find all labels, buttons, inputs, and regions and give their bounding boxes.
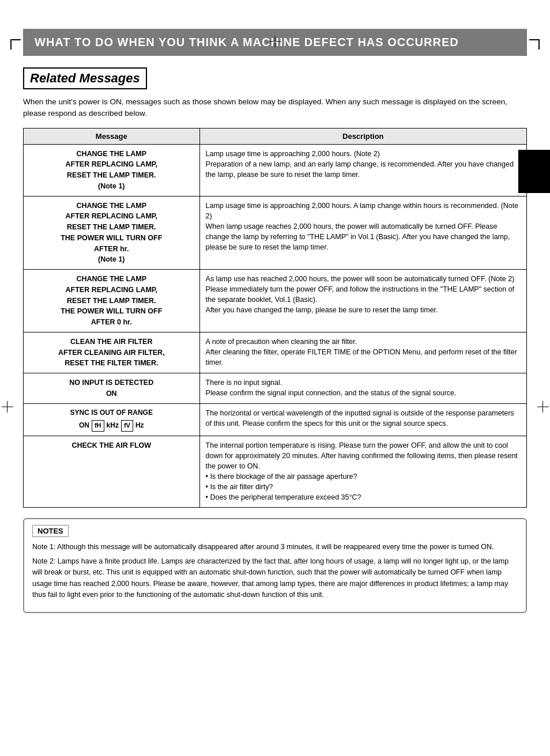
related-messages-box: Related Messages <box>23 67 147 89</box>
sync-hz: Hz <box>135 421 144 430</box>
description-cell-2: As lamp use has reached 2,000 hours, the… <box>199 270 526 332</box>
table-row: CHANGE THE LAMPAFTER REPLACING LAMP,RESE… <box>24 144 527 196</box>
message-cell-0: CHANGE THE LAMPAFTER REPLACING LAMP,RESE… <box>24 144 200 196</box>
notes-section: NOTES Note 1: Although this message will… <box>23 518 527 614</box>
related-messages-title: Related Messages <box>30 71 140 85</box>
description-cell-4: There is no input signal.Please confirm … <box>199 373 526 404</box>
table-row: SYNC IS OUT OF RANGEONfHkHzfVHzThe horiz… <box>24 403 527 436</box>
msg-line-0: NO INPUT IS DETECTED <box>29 377 194 388</box>
description-cell-5: The horizontal or vertical wavelength of… <box>199 403 526 436</box>
sync-fh-box: fH <box>92 420 104 432</box>
sync-label: SYNC IS OUT OF RANGE <box>29 408 194 418</box>
msg-line-0: CHANGE THE LAMP <box>29 149 194 160</box>
sync-khz: kHz <box>107 421 119 430</box>
msg-line-3: (Note 1) <box>29 181 194 192</box>
note1-line: Note 1: Although this message will be au… <box>32 542 518 553</box>
description-cell-6: The internal portion temperature is risi… <box>199 436 526 507</box>
message-cell-6: CHECK THE AIR FLOW <box>24 436 200 507</box>
note2-line: Note 2: Lamps have a finite product life… <box>32 556 518 601</box>
sync-inline: ONfHkHzfVHz <box>29 420 194 432</box>
msg-line-4: AFTER hr. <box>29 244 194 255</box>
table-row: NO INPUT IS DETECTEDONThere is no input … <box>24 373 527 404</box>
notes-title-box: NOTES <box>32 525 69 537</box>
page-wrapper: WHAT TO DO WHEN YOU THINK A MACHINE DEFE… <box>0 29 550 756</box>
corner-mark-tr <box>529 39 540 50</box>
table-row: CHANGE THE LAMPAFTER REPLACING LAMP,RESE… <box>24 196 527 270</box>
message-cell-3: CLEAN THE AIR FILTERAFTER CLEANING AIR F… <box>24 332 200 373</box>
message-cell-2: CHANGE THE LAMPAFTER REPLACING LAMP,RESE… <box>24 270 200 332</box>
notes-title: NOTES <box>37 527 63 535</box>
msg-line-0: CHECK THE AIR FLOW <box>29 440 194 451</box>
msg-line-3: THE POWER WILL TURN OFF <box>29 306 194 317</box>
message-cell-4: NO INPUT IS DETECTEDON <box>24 373 200 404</box>
msg-line-1: ON <box>29 388 194 399</box>
table-row: CHECK THE AIR FLOWThe internal portion t… <box>24 436 527 507</box>
msg-line-2: RESET THE LAMP TIMER. <box>29 296 194 307</box>
msg-line-1: AFTER CLEANING AIR FILTER, <box>29 347 194 358</box>
messages-table: Message Description CHANGE THE LAMPAFTER… <box>23 128 527 508</box>
header-title: WHAT TO DO WHEN YOU THINK A MACHINE DEFE… <box>35 36 459 48</box>
sync-fv-box: fV <box>121 420 133 432</box>
crosshair-top <box>275 36 276 47</box>
black-rect-decoration <box>518 150 550 193</box>
description-cell-3: A note of precaution when cleaning the a… <box>199 332 526 373</box>
description-cell-0: Lamp usage time is approaching 2,000 hou… <box>199 144 526 196</box>
msg-line-1: AFTER REPLACING LAMP, <box>29 159 194 170</box>
msg-line-0: CHANGE THE LAMP <box>29 274 194 285</box>
table-row: CLEAN THE AIR FILTERAFTER CLEANING AIR F… <box>24 332 527 373</box>
content-area: Related Messages When the unit's power i… <box>23 56 527 613</box>
crosshair-left <box>7 401 7 413</box>
message-cell-1: CHANGE THE LAMPAFTER REPLACING LAMP,RESE… <box>24 196 200 270</box>
msg-line-5: (Note 1) <box>29 254 194 265</box>
msg-line-0: CLEAN THE AIR FILTER <box>29 337 194 347</box>
col-message: Message <box>24 128 200 144</box>
description-cell-1: Lamp usage time is approaching 2,000 hou… <box>199 196 526 270</box>
msg-line-1: AFTER REPLACING LAMP, <box>29 211 194 222</box>
msg-line-1: AFTER REPLACING LAMP, <box>29 285 194 296</box>
note2-text: Note 2: Lamps have a finite product life… <box>32 556 518 601</box>
corner-mark-tl <box>10 39 21 50</box>
msg-line-4: AFTER 0 hr. <box>29 317 194 328</box>
notes-text: Note 1: Although this message will be au… <box>32 542 518 601</box>
msg-line-2: RESET THE LAMP TIMER. <box>29 222 194 233</box>
note1-text: Note 1: Although this message will be au… <box>32 542 494 553</box>
msg-line-3: THE POWER WILL TURN OFF <box>29 233 194 244</box>
crosshair-right <box>543 401 543 413</box>
message-cell-5: SYNC IS OUT OF RANGEONfHkHzfVHz <box>24 403 200 436</box>
msg-line-0: CHANGE THE LAMP <box>29 201 194 211</box>
msg-line-2: RESET THE LAMP TIMER. <box>29 170 194 181</box>
table-row: CHANGE THE LAMPAFTER REPLACING LAMP,RESE… <box>24 270 527 332</box>
intro-text: When the unit's power is ON, messages su… <box>23 96 527 120</box>
col-description: Description <box>199 128 526 144</box>
msg-line-2: RESET THE FILTER TIMER. <box>29 358 194 369</box>
sync-on: ON <box>79 421 89 430</box>
